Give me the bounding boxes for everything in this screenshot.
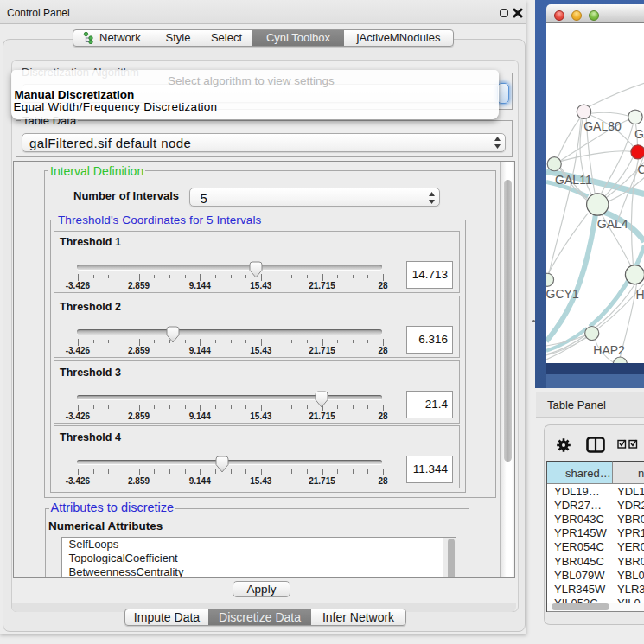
svg-text:GA: GA (634, 127, 644, 141)
svg-text:GAL11: GAL11 (555, 172, 592, 186)
svg-text:GCY1: GCY1 (546, 287, 579, 301)
svg-text:CY: CY (637, 163, 644, 176)
svg-text:GAL4: GAL4 (596, 216, 628, 230)
svg-text:HAP2: HAP2 (593, 342, 625, 356)
svg-text:GAL80: GAL80 (583, 118, 622, 132)
svg-text:H: H (635, 287, 644, 301)
